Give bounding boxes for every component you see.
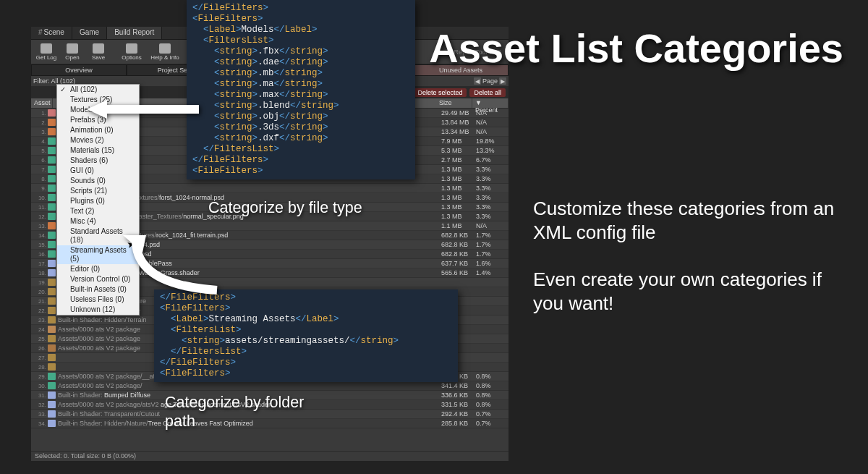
dropdown-option[interactable]: Movies (2) bbox=[57, 135, 139, 145]
options-button[interactable]: Options bbox=[119, 43, 144, 61]
delete-all-button[interactable]: Delete all bbox=[469, 88, 506, 97]
row-number: 13. bbox=[33, 223, 46, 229]
asset-percent: 3.3% bbox=[476, 185, 506, 192]
asset-percent: 0.8% bbox=[476, 382, 506, 389]
asset-size: 292.4 KB bbox=[441, 410, 476, 418]
dropdown-option[interactable]: Sounds (0) bbox=[57, 176, 139, 186]
dropdown-option[interactable]: Scripts (21) bbox=[57, 186, 139, 196]
row-number: 5. bbox=[33, 148, 46, 154]
asset-type-icon bbox=[48, 344, 56, 352]
row-number: 2. bbox=[33, 119, 46, 126]
open-button[interactable]: Open bbox=[60, 43, 85, 61]
dropdown-option[interactable]: Animation (0) bbox=[57, 125, 139, 135]
row-number: 26. bbox=[33, 345, 46, 352]
asset-type-icon bbox=[48, 222, 56, 229]
asset-size: 13.34 MB bbox=[441, 128, 476, 135]
status-bar: Selected: 0. Total size: 0 B (0.00%) bbox=[31, 451, 509, 461]
dropdown-option[interactable]: Materials (15) bbox=[57, 145, 139, 156]
dropdown-option[interactable]: Unknown (12) bbox=[57, 305, 139, 315]
page-next-button[interactable]: ▶ bbox=[499, 77, 506, 85]
asset-size: 1.3 MB bbox=[441, 213, 476, 220]
asset-size: 2.7 MB bbox=[441, 156, 476, 164]
asset-type-icon bbox=[48, 156, 56, 164]
row-number: 1. bbox=[33, 110, 46, 117]
asset-type-icon bbox=[48, 373, 56, 380]
asset-type-icon bbox=[48, 147, 56, 154]
row-number: 11. bbox=[33, 204, 46, 211]
asset-type-icon bbox=[48, 175, 56, 182]
col-asset[interactable]: Asset bbox=[31, 98, 53, 108]
table-row[interactable]: 30.Assets/0000 ats V2 package/341.4 KB0.… bbox=[31, 381, 509, 391]
asset-type-icon bbox=[48, 137, 56, 145]
row-number: 21. bbox=[33, 298, 46, 305]
row-number: 34. bbox=[33, 420, 46, 427]
asset-size: 13.84 MB bbox=[441, 119, 476, 126]
asset-percent: 1.7% bbox=[476, 250, 506, 258]
asset-type-icon bbox=[48, 335, 56, 342]
col-size[interactable]: Size bbox=[436, 98, 472, 108]
page-title: Asset List Categories bbox=[429, 26, 843, 71]
log-icon bbox=[41, 43, 52, 54]
asset-size: 1.1 MB bbox=[441, 222, 476, 229]
row-number: 24. bbox=[33, 326, 46, 333]
asset-size: 5.3 MB bbox=[441, 147, 476, 154]
asset-size: 336.6 KB bbox=[441, 392, 476, 399]
tab-game[interactable]: Game bbox=[72, 27, 107, 39]
asset-size: 285.8 KB bbox=[441, 420, 476, 427]
asset-percent: 0.7% bbox=[476, 420, 506, 427]
asset-type-icon bbox=[48, 194, 56, 201]
tab-build-report[interactable]: Build Report bbox=[107, 27, 162, 39]
asset-percent: N/A bbox=[476, 222, 506, 229]
asset-percent: 0.8% bbox=[476, 392, 506, 399]
asset-size: 29.49 MB bbox=[441, 109, 476, 117]
asset-percent: N/A bbox=[476, 119, 506, 126]
folder-open-icon bbox=[67, 43, 78, 54]
body-text-1: Customize these categories from an XML c… bbox=[533, 197, 844, 244]
callout-folder-path: Categorize by folder path bbox=[165, 394, 331, 431]
svg-marker-0 bbox=[87, 100, 199, 119]
asset-size: 682.8 KB bbox=[441, 250, 476, 258]
page-prev-button[interactable]: ◀ bbox=[474, 77, 481, 85]
get-log-button[interactable]: Get Log bbox=[34, 43, 59, 61]
asset-size: 682.8 KB bbox=[441, 241, 476, 248]
body-text-2: Even create your own categories if you w… bbox=[533, 268, 844, 315]
xml-snippet-folder-path: </FileFilters> <FileFilters> <Label>Stre… bbox=[154, 289, 458, 382]
dropdown-option[interactable]: All (102) bbox=[57, 85, 139, 95]
asset-type-icon bbox=[48, 185, 56, 192]
tab-scene[interactable]: Scene bbox=[31, 27, 72, 39]
asset-type-icon bbox=[48, 382, 56, 389]
row-number: 4. bbox=[33, 138, 46, 145]
row-number: 17. bbox=[33, 261, 46, 267]
row-number: 12. bbox=[33, 213, 46, 220]
asset-percent: 1.6% bbox=[476, 260, 506, 267]
asset-size: 341.4 KB bbox=[441, 382, 476, 389]
row-number: 6. bbox=[33, 157, 46, 164]
dropdown-option[interactable]: Plugins (0) bbox=[57, 196, 139, 206]
help-button[interactable]: Help & Info bbox=[145, 43, 184, 61]
row-number: 9. bbox=[33, 185, 46, 192]
asset-path: Assets/0000 ats V2 package/ bbox=[58, 382, 441, 389]
asset-percent: 3.3% bbox=[476, 166, 506, 173]
row-number: 27. bbox=[33, 355, 46, 361]
row-number: 30. bbox=[33, 383, 46, 389]
row-number: 33. bbox=[33, 411, 46, 418]
asset-size: 565.6 KB bbox=[441, 269, 476, 276]
dropdown-option[interactable]: Text (2) bbox=[57, 206, 139, 216]
asset-type-icon bbox=[48, 128, 56, 135]
asset-percent: 3.3% bbox=[476, 194, 506, 201]
save-button[interactable]: Save bbox=[86, 43, 111, 61]
asset-type-icon bbox=[48, 232, 56, 239]
dropdown-option[interactable]: Shaders (6) bbox=[57, 156, 139, 166]
subtab-overview[interactable]: Overview bbox=[31, 64, 127, 76]
delete-selected-button[interactable]: Delete selected bbox=[413, 88, 467, 97]
dropdown-option[interactable]: GUI (0) bbox=[57, 166, 139, 176]
dropdown-option[interactable]: Misc (4) bbox=[57, 216, 139, 227]
asset-size: 331.5 KB bbox=[441, 401, 476, 408]
col-percent[interactable]: ▼ Percent bbox=[472, 98, 509, 108]
gear-icon bbox=[126, 43, 137, 54]
row-number: 29. bbox=[33, 373, 46, 380]
asset-type-icon bbox=[48, 213, 56, 220]
asset-percent: 1.7% bbox=[476, 232, 506, 239]
row-number: 10. bbox=[33, 195, 46, 201]
callout-file-type: Categorize by file type bbox=[208, 199, 375, 218]
